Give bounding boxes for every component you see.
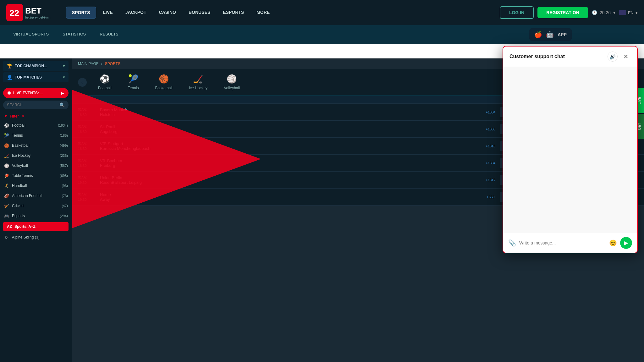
- filter-chevron: ▾: [22, 114, 24, 118]
- basketball-icon: 🏀: [4, 143, 9, 148]
- sidebar-top-champions[interactable]: 🏆 TOP CHAMPION... ▾: [3, 61, 69, 71]
- sidebar-top-section: 🏆 TOP CHAMPION... ▾ 👤 TOP MATCHES ▾: [0, 58, 72, 86]
- sport-tab-volleyball[interactable]: 🏐 Volleyball: [219, 72, 245, 92]
- match-teams: VfL Bochum Freiburg: [100, 158, 481, 168]
- sidebar-item-handball[interactable]: 🤾 Handball (96): [0, 181, 72, 191]
- americanfootball-icon: 🏈: [4, 193, 9, 199]
- close-icon: ✕: [623, 53, 629, 60]
- chat-send-button[interactable]: ▶: [620, 237, 632, 249]
- register-button[interactable]: REGISTRATION: [537, 7, 588, 18]
- person-icon: 👤: [7, 75, 12, 80]
- sport-tabs-prev[interactable]: ‹: [78, 78, 87, 87]
- app-label: APP: [558, 32, 567, 37]
- sidebar-item-icehockey[interactable]: 🏒 Ice Hockey (236): [0, 151, 72, 161]
- chat-header: Customer support chat 🔊 ✕: [503, 47, 637, 67]
- sidebar-item-cricket[interactable]: 🏏 Cricket (47): [0, 201, 72, 211]
- chat-input[interactable]: [519, 240, 606, 245]
- nav-esports[interactable]: ESPORTS: [217, 7, 250, 19]
- time-display: 🕐 20:26 ▾: [592, 10, 615, 15]
- chat-body: [503, 67, 637, 233]
- sidebar-item-alpineskiing[interactable]: ⛷ Alpine Skiing (3): [0, 232, 72, 242]
- sidebar-item-volleyball[interactable]: 🏐 Volleyball (567): [0, 161, 72, 171]
- trophy-icon: 🏆: [7, 63, 12, 69]
- basketball-tab-icon: 🏀: [159, 74, 169, 84]
- sport-tab-basketball[interactable]: 🏀 Basketball: [150, 72, 177, 92]
- live-dot: [8, 91, 11, 95]
- match-markets[interactable]: +1312: [481, 178, 500, 182]
- sport-tab-football[interactable]: ⚽ Football: [93, 72, 117, 92]
- sidebar-top-matches[interactable]: 👤 TOP MATCHES ▾: [3, 72, 69, 82]
- icehockey-tab-icon: 🏒: [193, 74, 203, 84]
- logo-text: BET: [25, 6, 50, 16]
- filter-icon: ▼: [4, 114, 8, 118]
- logo-area: 22 BET bet⊕play bet⊕win: [6, 4, 50, 21]
- match-teams: Home Away: [100, 192, 481, 202]
- match-date: 01/02 19:30: [78, 175, 100, 185]
- live-events-label: LIVE EVENTS: ...: [13, 91, 58, 95]
- match-teams: VfB Stuttgart Borussia Monchengladbach: [100, 141, 481, 151]
- live-events-button[interactable]: LIVE EVENTS: ... ▶: [3, 88, 69, 98]
- cricket-icon: 🏏: [4, 203, 9, 209]
- search-input[interactable]: [7, 103, 57, 107]
- chevron-icon: ▾: [63, 64, 65, 68]
- chat-panel: Customer support chat 🔊 ✕ 📎 😊 ▶: [503, 46, 638, 253]
- football-tab-icon: ⚽: [100, 74, 110, 84]
- subnav-results[interactable]: RESULTS: [93, 25, 125, 44]
- nav-jackpot[interactable]: JACKPOT: [120, 7, 152, 19]
- az-icon: AZ: [7, 224, 12, 229]
- chat-sound-button[interactable]: 🔊: [608, 52, 618, 62]
- match-markets[interactable]: +660: [481, 195, 500, 199]
- chevron-icon2: ▾: [63, 75, 65, 80]
- nav-casino[interactable]: CASINO: [153, 7, 182, 19]
- sidebar-item-basketball[interactable]: 🏀 Basketball (499): [0, 140, 72, 151]
- app-section[interactable]: 🍎 🤖 APP: [529, 28, 572, 41]
- match-date: 01/02 16:30: [78, 124, 100, 134]
- chat-close-button[interactable]: ✕: [621, 52, 631, 62]
- match-markets[interactable]: +1304: [481, 110, 500, 114]
- sidebar-item-football[interactable]: ⚽ Football (1934): [0, 120, 72, 130]
- sidebar-item-americanfootball[interactable]: 🏈 American Football (73): [0, 191, 72, 201]
- handball-icon: 🤾: [4, 183, 9, 189]
- android-icon: 🤖: [546, 31, 554, 38]
- sport-tab-icehockey[interactable]: 🏒 Ice Hockey: [184, 72, 212, 92]
- nav-more[interactable]: MORE: [251, 7, 275, 19]
- subnav-statistics[interactable]: STATISTICS: [56, 25, 93, 44]
- sports-az-button[interactable]: AZ Sports. A–Z: [3, 222, 69, 231]
- nav-live[interactable]: LIVE: [97, 7, 118, 19]
- breadcrumb-current: SPORTS: [105, 62, 120, 66]
- logo-icon[interactable]: 22: [6, 4, 23, 21]
- match-date: 01/02 16:30: [78, 107, 100, 117]
- esports-icon: 🎮: [4, 213, 9, 219]
- login-button[interactable]: LOG IN: [500, 6, 534, 19]
- header: 22 BET bet⊕play bet⊕win SPORTS LIVE JACK…: [0, 0, 644, 25]
- chat-title: Customer support chat: [509, 54, 604, 59]
- football-icon: ⚽: [4, 123, 9, 128]
- nav-bonuses[interactable]: BONUSES: [183, 7, 216, 19]
- breadcrumb-home[interactable]: MAIN PAGE: [78, 62, 99, 66]
- sidebar-item-tennis[interactable]: 🎾 Tennis (185): [0, 130, 72, 140]
- filter-bar[interactable]: ▼ Filter ▾: [0, 112, 72, 120]
- header-actions: LOG IN REGISTRATION 🕐 20:26 ▾ EN ▾: [500, 6, 638, 19]
- subnav-virtual-sports[interactable]: VIRTUAL SPORTS: [6, 25, 56, 44]
- match-teams: Bayern Munich Holstein: [100, 107, 481, 117]
- sport-tab-tennis[interactable]: 🎾 Tennis: [123, 72, 144, 92]
- subnav: VIRTUAL SPORTS STATISTICS RESULTS 🍎 🤖 AP…: [0, 25, 644, 44]
- sidebar-item-esports[interactable]: 🎮 Esports (294): [0, 211, 72, 221]
- match-markets[interactable]: +1304: [481, 161, 500, 165]
- alpineskiing-icon: ⛷: [4, 234, 9, 240]
- match-markets[interactable]: +1300: [481, 127, 500, 131]
- logo-box: 22 BET bet⊕play bet⊕win: [6, 4, 50, 21]
- live-arrow-icon: ▶: [61, 90, 64, 96]
- language-selector[interactable]: EN ▾: [619, 10, 638, 15]
- attach-icon[interactable]: 📎: [508, 239, 516, 247]
- nav-sports[interactable]: SPORTS: [66, 7, 96, 19]
- apple-icon: 🍎: [534, 31, 542, 38]
- sidebar-item-tabletennis[interactable]: 🏓 Table Tennis (698): [0, 171, 72, 181]
- emoji-icon[interactable]: 😊: [609, 239, 617, 247]
- tennis-icon: 🎾: [4, 133, 9, 138]
- match-markets[interactable]: +1318: [481, 144, 500, 148]
- search-icon[interactable]: 🔍: [59, 102, 65, 107]
- nav-menu: SPORTS LIVE JACKPOT CASINO BONUSES ESPOR…: [66, 7, 490, 19]
- breadcrumb-separator: ›: [101, 62, 102, 66]
- flag-icon: [619, 10, 626, 15]
